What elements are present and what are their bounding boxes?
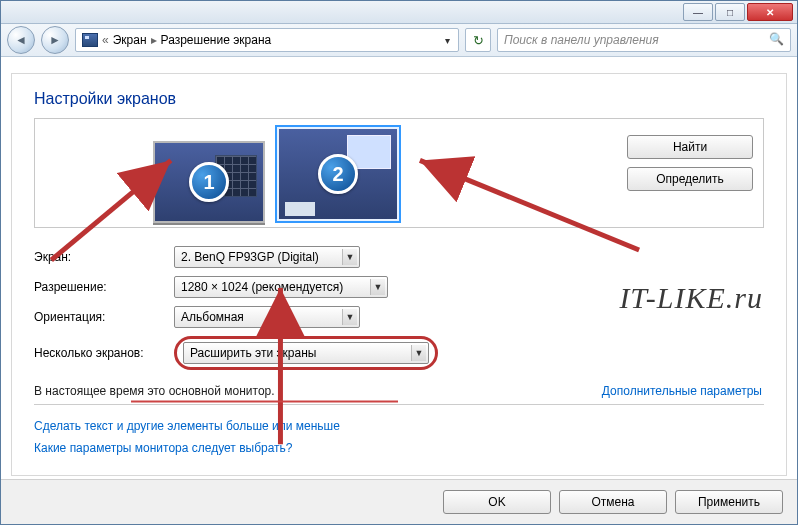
label-screen: Экран:	[34, 250, 174, 264]
resolution-select[interactable]: 1280 × 1024 (рекомендуется) ▼	[174, 276, 388, 298]
maximize-button[interactable]: □	[715, 3, 745, 21]
chevron-down-icon: ▼	[342, 309, 357, 325]
breadcrumb-item-screen[interactable]: Экран	[113, 33, 147, 47]
cancel-button[interactable]: Отмена	[559, 490, 667, 514]
breadcrumb-dropdown[interactable]: ▾	[443, 35, 452, 46]
monitor-2-number: 2	[318, 154, 358, 194]
primary-monitor-note: В настоящее время это основной монитор.	[34, 384, 275, 398]
find-button[interactable]: Найти	[627, 135, 753, 159]
screen-select-value: 2. BenQ FP93GP (Digital)	[181, 250, 319, 264]
which-settings-link[interactable]: Какие параметры монитора следует выбрать…	[34, 441, 293, 455]
orientation-select-value: Альбомная	[181, 310, 244, 324]
search-icon: 🔍	[769, 32, 784, 46]
breadcrumb-sep: «	[102, 33, 109, 47]
monitor-2-taskbar-icon	[285, 202, 315, 216]
monitor-1[interactable]: 1	[153, 141, 265, 223]
orientation-select[interactable]: Альбомная ▼	[174, 306, 360, 328]
multiple-displays-value: Расширить эти экраны	[190, 346, 316, 360]
text-size-link[interactable]: Сделать текст и другие элементы больше и…	[34, 419, 340, 433]
refresh-button[interactable]: ↻	[465, 28, 491, 52]
breadcrumb-arrow: ▸	[151, 33, 157, 47]
label-orientation: Ориентация:	[34, 310, 174, 324]
chevron-down-icon: ▼	[411, 345, 426, 361]
dialog-footer: OK Отмена Применить	[1, 479, 797, 524]
search-input[interactable]: Поиск в панели управления 🔍	[497, 28, 791, 52]
chevron-down-icon: ▼	[342, 249, 357, 265]
label-multiple-displays: Несколько экранов:	[34, 346, 174, 360]
annotation-circle: Расширить эти экраны ▼	[174, 336, 438, 370]
apply-button[interactable]: Применить	[675, 490, 783, 514]
multiple-displays-select[interactable]: Расширить эти экраны ▼	[183, 342, 429, 364]
ok-button[interactable]: OK	[443, 490, 551, 514]
monitor-2-selected[interactable]: 2	[275, 125, 401, 223]
advanced-settings-link[interactable]: Дополнительные параметры	[602, 384, 762, 398]
titlebar: — □ ✕	[1, 1, 797, 24]
nav-back-button[interactable]: ◄	[7, 26, 35, 54]
page-title: Настройки экранов	[34, 90, 764, 108]
label-resolution: Разрешение:	[34, 280, 174, 294]
content-pane: Настройки экранов 1 2	[11, 73, 787, 476]
breadcrumb-item-resolution[interactable]: Разрешение экрана	[161, 33, 272, 47]
search-placeholder: Поиск в панели управления	[504, 33, 659, 47]
window: — □ ✕ ◄ ► « Экран ▸ Разрешение экрана ▾ …	[0, 0, 798, 525]
display-icon	[82, 33, 98, 47]
close-button[interactable]: ✕	[747, 3, 793, 21]
minimize-button[interactable]: —	[683, 3, 713, 21]
detect-button[interactable]: Определить	[627, 167, 753, 191]
resolution-select-value: 1280 × 1024 (рекомендуется)	[181, 280, 343, 294]
navbar: ◄ ► « Экран ▸ Разрешение экрана ▾ ↻ Поис…	[1, 24, 797, 57]
chevron-down-icon: ▼	[370, 279, 385, 295]
breadcrumb[interactable]: « Экран ▸ Разрешение экрана ▾	[75, 28, 459, 52]
screen-select[interactable]: 2. BenQ FP93GP (Digital) ▼	[174, 246, 360, 268]
divider	[34, 404, 764, 405]
display-arrangement-box[interactable]: 1 2 Найти Определить	[34, 118, 764, 228]
nav-forward-button[interactable]: ►	[41, 26, 69, 54]
monitor-1-number: 1	[189, 162, 229, 202]
